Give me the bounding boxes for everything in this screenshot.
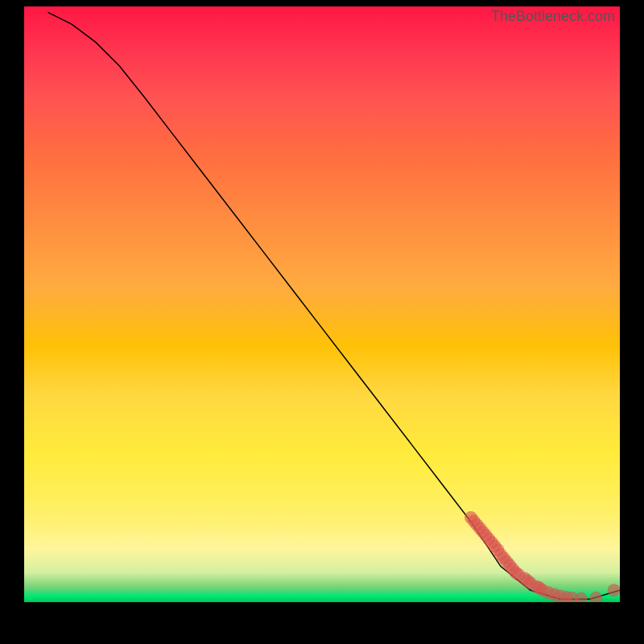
chart-area (24, 6, 620, 602)
data-point (608, 584, 620, 597)
watermark-text: TheBottleneck.com (491, 8, 615, 25)
scatter-cluster (464, 511, 620, 602)
chart-svg (24, 6, 620, 602)
data-point (589, 592, 602, 602)
main-curve (48, 12, 620, 599)
